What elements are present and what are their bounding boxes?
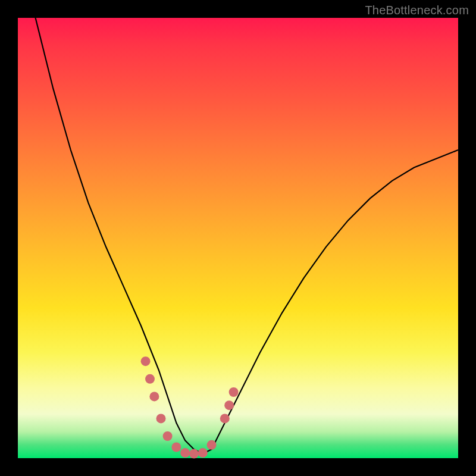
watermark-text: TheBottleneck.com <box>365 4 469 17</box>
curve-marker <box>141 356 151 366</box>
plot-area <box>18 18 458 458</box>
curve-marker <box>145 374 155 384</box>
curve-marker <box>224 400 234 410</box>
curve-marker <box>189 449 199 459</box>
curve-marker <box>171 443 181 452</box>
marker-group <box>141 356 239 458</box>
curve-marker <box>180 448 190 458</box>
curve-marker <box>229 387 239 397</box>
curve-marker <box>156 414 166 423</box>
curve-marker <box>207 440 217 450</box>
curve-marker <box>220 414 230 423</box>
bottleneck-curve-svg <box>18 18 458 458</box>
curve-marker <box>198 448 208 458</box>
bottleneck-curve <box>18 0 458 454</box>
curve-marker <box>163 431 173 441</box>
curve-marker <box>149 392 159 401</box>
chart-frame: TheBottleneck.com <box>0 0 476 476</box>
